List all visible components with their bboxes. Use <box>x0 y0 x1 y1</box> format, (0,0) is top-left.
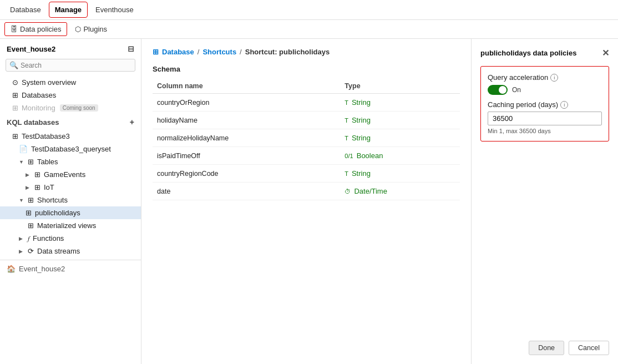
table-row: normalizeHolidayNameT String <box>153 129 460 147</box>
sidebar-item-shortcuts[interactable]: ▼ ⊞ Shortcuts <box>0 194 141 206</box>
panel-close-icon[interactable]: ✕ <box>602 48 609 58</box>
type-icon: 0/1 <box>345 153 354 159</box>
sidebar-item-testdatabase3[interactable]: ⊞ TestDatabase3 <box>0 130 141 143</box>
table-row: countryOrRegionT String <box>153 94 460 112</box>
tables-label: Tables <box>37 158 58 166</box>
col-type-cell: T String <box>340 94 460 112</box>
sidebar-item-tables[interactable]: ▼ ⊞ Tables <box>0 155 141 168</box>
type-label: String <box>352 169 371 178</box>
search-icon: 🔍 <box>9 61 18 69</box>
shortcuts-icon: ⊞ <box>28 196 34 204</box>
iot-icon: ⊞ <box>34 183 40 191</box>
databases-icon: ⊞ <box>12 91 18 99</box>
query-accel-label: Query acceleration <box>488 73 548 82</box>
sidebar-item-publicholidays[interactable]: ⊞ publicholidays <box>0 206 141 219</box>
shortcuts-label: Shortcuts <box>37 196 68 204</box>
right-panel-top: publicholidays data policies ✕ Query acc… <box>480 48 609 141</box>
sidebar-item-system-overview[interactable]: ⊙ System overview <box>0 76 141 89</box>
functions-chevron-icon: ▶ <box>19 236 24 241</box>
plugins-button[interactable]: ⬡ Plugins <box>69 23 113 36</box>
sidebar-item-iot[interactable]: ▶ ⊞ IoT <box>0 181 141 194</box>
type-icon: T <box>345 117 350 124</box>
publicholidays-icon: ⊞ <box>26 209 32 217</box>
system-overview-label: System overview <box>22 78 76 87</box>
add-kql-database-icon[interactable]: + <box>130 118 134 127</box>
main-layout: Event_house2 ⊟ 🔍 ⊙ System overview ⊞ Dat… <box>0 39 618 364</box>
cancel-button[interactable]: Cancel <box>569 341 609 355</box>
caching-info-icon[interactable]: i <box>560 101 568 109</box>
query-accel-label-row: Query acceleration i <box>488 73 602 82</box>
col-type-cell: T String <box>340 165 460 183</box>
table-row: holidayNameT String <box>153 112 460 129</box>
testdatabase3-queryset-label: TestDatabase3_queryset <box>31 145 111 153</box>
content-area: ⊞ Database / Shortcuts / Shortcut: publi… <box>141 39 471 364</box>
col-name-cell: normalizeHolidayName <box>153 129 340 147</box>
caching-period-label: Caching period (days) <box>488 100 558 109</box>
sidebar-item-data-streams[interactable]: ▶ ⟳ Data streams <box>0 245 141 257</box>
testdatabase3-icon: ⊞ <box>12 132 18 140</box>
gameevents-icon: ⊞ <box>34 170 40 179</box>
panel-footer: Done Cancel <box>480 336 609 355</box>
type-label: String <box>352 98 371 107</box>
kql-databases-header: KQL databases + <box>0 114 141 130</box>
mat-views-icon: ⊞ <box>28 221 34 230</box>
query-accel-toggle[interactable] <box>488 85 508 95</box>
type-icon: T <box>345 99 350 106</box>
data-policies-button[interactable]: 🗄 Data policies <box>4 22 67 36</box>
footer-eventhouse-label: Event_house2 <box>19 265 65 273</box>
done-button[interactable]: Done <box>529 341 564 355</box>
breadcrumb-shortcuts[interactable]: Shortcuts <box>202 48 236 56</box>
sidebar-footer: 🏠 Event_house2 <box>0 260 141 277</box>
databases-label: Databases <box>22 91 56 99</box>
plugins-label: Plugins <box>83 25 107 33</box>
iot-label: IoT <box>44 183 54 191</box>
kql-databases-label: KQL databases <box>7 118 59 127</box>
sidebar-item-materialized-views[interactable]: ⊞ Materialized views <box>0 219 141 232</box>
toggle-on-label: On <box>512 86 521 94</box>
col-type-cell: T String <box>340 112 460 129</box>
breadcrumb-sep1: / <box>197 48 200 56</box>
caching-input[interactable] <box>488 112 602 125</box>
search-input[interactable] <box>21 62 131 69</box>
gameevents-chevron-icon: ▶ <box>26 172 31 178</box>
sidebar-item-testdatabase3-queryset[interactable]: 📄 TestDatabase3_queryset <box>0 143 141 155</box>
panel-section-policies: Query acceleration i On Caching period (… <box>480 66 609 141</box>
nav-eventhouse[interactable]: Eventhouse <box>90 2 139 17</box>
publicholidays-label: publicholidays <box>35 209 80 217</box>
col-name-cell: countryRegionCode <box>153 165 340 183</box>
schema-table: Column name Type countryOrRegionT String… <box>153 79 460 200</box>
nav-database[interactable]: Database <box>4 2 47 17</box>
nav-manage[interactable]: Manage <box>49 2 88 18</box>
col-name-cell: holidayName <box>153 112 340 129</box>
breadcrumb-database[interactable]: Database <box>162 48 194 56</box>
type-label: String <box>352 134 371 142</box>
type-icon: T <box>345 135 350 141</box>
panel-title-row: publicholidays data policies ✕ <box>480 48 609 58</box>
tables-chevron-icon: ▼ <box>19 159 24 165</box>
schema-title: Schema <box>153 65 460 73</box>
type-label: Date/Time <box>354 187 387 195</box>
query-accel-info-icon[interactable]: i <box>550 74 558 82</box>
right-panel: publicholidays data policies ✕ Query acc… <box>471 39 618 364</box>
functions-icon: 𝑓 <box>28 235 29 242</box>
coming-soon-badge: Coming soon <box>60 104 98 112</box>
monitoring-label: Monitoring <box>22 104 55 112</box>
plugins-icon: ⬡ <box>75 25 81 33</box>
col-name-cell: date <box>153 183 340 200</box>
shortcuts-chevron-icon: ▼ <box>19 198 24 203</box>
col-name-cell: countryOrRegion <box>153 94 340 112</box>
search-container: 🔍 <box>6 59 135 72</box>
sidebar-collapse-icon[interactable]: ⊟ <box>128 44 134 53</box>
data-streams-icon: ⟳ <box>28 247 34 255</box>
col-header-type: Type <box>340 79 460 94</box>
sidebar-item-gameevents[interactable]: ▶ ⊞ GameEvents <box>0 168 141 181</box>
sidebar-item-monitoring[interactable]: ⊞ Monitoring Coming soon <box>0 102 141 114</box>
top-nav: Database Manage Eventhouse <box>0 0 618 20</box>
toggle-row: On <box>488 85 602 95</box>
tables-icon: ⊞ <box>28 158 34 166</box>
queryset-icon: 📄 <box>19 145 28 153</box>
sidebar-item-databases[interactable]: ⊞ Databases <box>0 89 141 102</box>
breadcrumb-sep2: / <box>240 48 242 56</box>
footer-eventhouse-icon: 🏠 <box>7 265 16 273</box>
sidebar-item-functions[interactable]: ▶ 𝑓 Functions <box>0 232 141 245</box>
